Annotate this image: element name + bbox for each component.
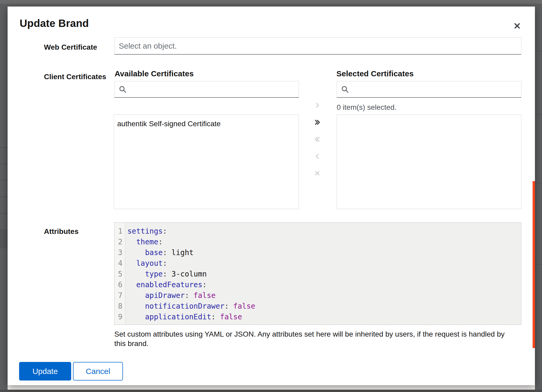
client-certificates-label: Client Certificates: [44, 73, 106, 81]
attributes-code-editor[interactable]: 123456789 settings: theme: base: light l…: [114, 222, 521, 325]
background-sidebar-divider: [0, 147, 8, 148]
background-page-footer: [0, 390, 542, 392]
background-row-divider: [535, 183, 542, 183]
code-line: settings:: [127, 226, 255, 237]
double-chevron-left-icon: [314, 136, 321, 143]
close-button[interactable]: [511, 20, 523, 32]
update-button[interactable]: Update: [19, 362, 71, 381]
close-icon: [513, 22, 521, 30]
code-line: base: light: [127, 247, 255, 258]
chevron-right-icon: [314, 102, 321, 109]
update-brand-modal: Update Brand Web Certificate Client Cert…: [8, 7, 535, 385]
move-all-left-button[interactable]: [312, 134, 323, 145]
line-number: 4: [115, 258, 122, 269]
web-certificate-select[interactable]: [114, 37, 521, 55]
modal-title: Update Brand: [20, 18, 89, 29]
transfer-buttons: [312, 100, 323, 179]
background-sidebar-divider: [0, 180, 8, 180]
line-number: 2: [115, 237, 122, 247]
code-line: notificationDrawer: false: [127, 301, 255, 312]
line-number: 7: [115, 290, 122, 301]
double-chevron-right-icon: [314, 119, 321, 126]
cancel-button[interactable]: Cancel: [73, 362, 123, 381]
clear-selection-button[interactable]: [312, 168, 323, 179]
move-all-right-button[interactable]: [312, 117, 323, 128]
background-sidebar-section: [0, 229, 8, 248]
line-number: 3: [115, 247, 122, 258]
editor-line-numbers: 123456789: [115, 223, 125, 325]
available-certificates-listbox[interactable]: authentik Self-signed Certificate: [114, 114, 299, 209]
selected-search: [337, 81, 521, 98]
code-line: type: 3-column: [127, 269, 255, 279]
line-number: 6: [115, 279, 122, 290]
background-row-divider: [535, 114, 542, 115]
attributes-help-text: Set custom attributes using YAML or JSON…: [114, 330, 515, 348]
available-search-input[interactable]: [114, 81, 299, 98]
move-selected-right-button[interactable]: [312, 100, 323, 111]
web-certificate-label: Web Certificate: [44, 43, 97, 51]
background-sidebar-divider: [0, 164, 8, 164]
selected-search-input[interactable]: [337, 81, 521, 98]
line-number: 1: [115, 226, 122, 237]
times-icon: [314, 170, 321, 177]
available-certificates-heading: Available Certificates: [115, 69, 194, 78]
line-number: 9: [115, 312, 122, 322]
code-line: layout:: [127, 258, 255, 269]
code-line: enabledFeatures:: [127, 279, 255, 290]
line-number: 5: [115, 269, 122, 279]
background-row-divider: [535, 264, 542, 264]
line-number: 8: [115, 301, 122, 312]
editor-code[interactable]: settings: theme: base: light layout: typ…: [125, 223, 255, 325]
code-line: apiDrawer: false: [127, 290, 255, 301]
selected-count-status: 0 item(s) selected.: [337, 103, 397, 112]
selected-certificates-heading: Selected Certificates: [336, 69, 414, 78]
chevron-left-icon: [314, 153, 321, 160]
background-sidebar-divider: [0, 197, 8, 197]
available-search: [114, 81, 299, 98]
background-page-bottom: [8, 385, 535, 390]
certificate-list-item[interactable]: authentik Self-signed Certificate: [114, 115, 299, 133]
move-selected-left-button[interactable]: [312, 151, 323, 162]
background-row-divider: [535, 51, 542, 51]
background-page-header: [0, 0, 542, 4]
code-line: applicationEdit: false: [127, 312, 255, 322]
background-sidebar-divider: [0, 213, 8, 214]
background-page-right: [535, 4, 542, 392]
background-sidebar: [0, 4, 8, 392]
selected-certificates-listbox[interactable]: [337, 114, 521, 209]
code-line: theme:: [127, 237, 255, 247]
modal-scrollbar-thumb[interactable]: [533, 181, 535, 348]
attributes-label: Attributes: [44, 227, 78, 236]
